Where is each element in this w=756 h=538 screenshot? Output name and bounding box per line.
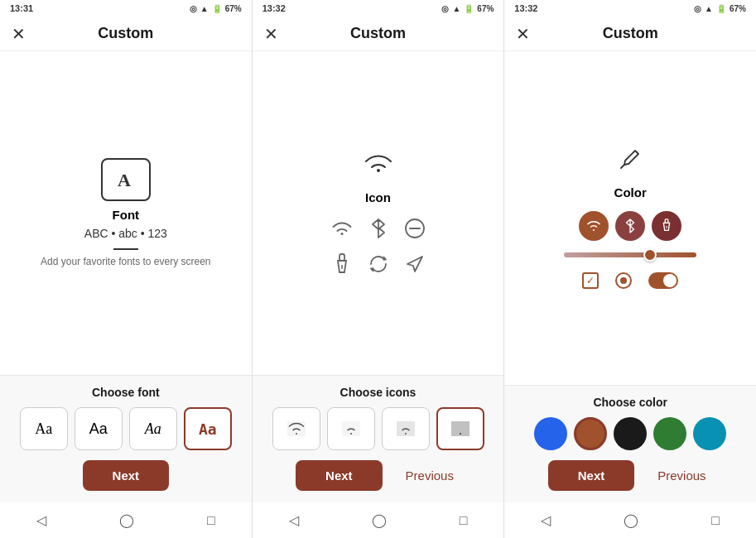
svg-rect-3: [339, 254, 344, 261]
wifi-large-icon: [362, 151, 395, 184]
next-button-2[interactable]: Next: [296, 460, 383, 491]
home-btn-2[interactable]: ◯: [362, 509, 397, 531]
status-icons-2: ◎ ▲ 🔋 67%: [441, 4, 494, 13]
icon-label: Icon: [365, 190, 391, 204]
prev-button-2[interactable]: Previous: [399, 460, 460, 491]
svg-rect-8: [451, 421, 469, 436]
main-content-2: Icon: [253, 51, 504, 375]
close-button-2[interactable]: ✕: [264, 26, 278, 42]
icon-screen: 13:32 ◎ ▲ 🔋 67% ✕ Custom: [253, 0, 505, 538]
battery-pct-2: 67%: [477, 4, 494, 13]
font-divider: [113, 248, 138, 250]
color-radio-inner: [620, 277, 627, 284]
color-toggle[interactable]: [648, 272, 678, 289]
sys-nav-2: ◁ ◯ □: [253, 502, 504, 538]
close-button-1[interactable]: ✕: [12, 26, 26, 42]
color-circle-flashlight: [652, 211, 681, 241]
svg-rect-7: [397, 421, 415, 436]
color-slider-thumb: [643, 248, 657, 262]
prev-button-3[interactable]: Previous: [651, 460, 712, 491]
battery-pct-3: 67%: [730, 4, 746, 13]
choose-font-title: Choose font: [13, 386, 238, 399]
time-1: 13:31: [10, 3, 33, 13]
top-bar-1: ✕ Custom: [0, 17, 252, 51]
color-label: Color: [614, 185, 647, 199]
color-controls-row: ✓: [582, 272, 678, 289]
battery-icon: 🔋: [212, 4, 222, 13]
color-options: [518, 417, 743, 450]
nav-buttons-2: Next Previous: [266, 460, 491, 491]
battery-icon-3: 🔋: [716, 4, 726, 13]
next-button-3[interactable]: Next: [548, 460, 635, 491]
color-option-black[interactable]: [614, 417, 647, 450]
bottom-section-2: Choose icons: [253, 375, 504, 502]
title-2: Custom: [350, 25, 406, 42]
color-checkbox[interactable]: ✓: [582, 272, 599, 289]
choose-color-title: Choose color: [518, 396, 743, 409]
main-content-1: A Font ABC • abc • 123 Add your favorite…: [0, 51, 252, 375]
main-content-3: Color: [504, 51, 756, 385]
top-bar-2: ✕ Custom: [253, 17, 504, 51]
nav-buttons-1: Next: [13, 460, 238, 491]
bottom-section-3: Choose color Next Previous: [504, 385, 756, 502]
font-screen: 13:31 ◎ ▲ 🔋 67% ✕ Custom A Font ABC • ab…: [0, 0, 253, 538]
color-option-blue[interactable]: [534, 417, 567, 450]
close-button-3[interactable]: ✕: [516, 26, 530, 42]
back-btn-3[interactable]: ◁: [531, 509, 561, 531]
color-circle-bt: [615, 211, 645, 241]
eye-icon: ◎: [190, 4, 197, 13]
choose-icon-title: Choose icons: [266, 386, 491, 399]
font-preview: ABC • abc • 123: [84, 227, 167, 240]
battery-icon-2: 🔋: [464, 4, 474, 13]
color-option-green[interactable]: [653, 417, 686, 450]
color-circles-row: [579, 211, 681, 241]
next-button-1[interactable]: Next: [83, 460, 170, 491]
wifi-status-icon-2: ▲: [452, 4, 460, 13]
icon-section: Icon: [330, 151, 426, 276]
svg-line-9: [621, 165, 624, 168]
back-btn-1[interactable]: ◁: [26, 509, 56, 531]
eyedropper-icon: [619, 147, 642, 175]
grid-minus-icon: [403, 218, 426, 239]
wifi-status-icon: ▲: [200, 4, 209, 13]
grid-bt-icon: [367, 218, 390, 239]
grid-plane-icon: [403, 252, 426, 276]
grid-flashlight-icon: [330, 252, 354, 276]
color-circle-wifi: [579, 211, 609, 241]
svg-rect-5: [287, 421, 306, 436]
title-3: Custom: [603, 25, 658, 42]
grid-wifi-icon: [330, 218, 354, 239]
eye-icon-3: ◎: [694, 4, 701, 13]
font-option-serif[interactable]: Aa: [20, 407, 68, 450]
status-icons-1: ◎ ▲ 🔋 67%: [190, 4, 242, 13]
font-label: Font: [113, 208, 139, 222]
home-btn-3[interactable]: ◯: [614, 509, 648, 531]
svg-text:A: A: [118, 170, 131, 190]
icon-option-4[interactable]: [436, 407, 484, 450]
color-section: Color: [518, 147, 743, 289]
icon-option-1[interactable]: [272, 407, 320, 450]
font-desc: Add your favorite fonts to every screen: [41, 255, 210, 269]
home-btn-1[interactable]: ◯: [109, 509, 144, 531]
recents-btn-1[interactable]: □: [197, 510, 225, 531]
recents-btn-3[interactable]: □: [701, 510, 730, 531]
color-toggle-thumb: [663, 274, 677, 287]
color-radio[interactable]: [615, 272, 632, 289]
color-option-teal[interactable]: [693, 417, 726, 450]
svg-rect-6: [342, 421, 360, 436]
icon-option-3[interactable]: [382, 407, 430, 450]
color-slider[interactable]: [564, 252, 696, 257]
font-option-italic[interactable]: Aa: [129, 407, 177, 450]
font-option-sans[interactable]: Aa: [75, 407, 123, 450]
status-icons-3: ◎ ▲ 🔋 67%: [694, 4, 746, 13]
back-btn-2[interactable]: ◁: [279, 509, 309, 531]
color-screen: 13:32 ◎ ▲ 🔋 67% ✕ Custom Colo: [504, 0, 756, 538]
color-option-brown[interactable]: [574, 417, 607, 450]
icon-options: [266, 407, 491, 450]
font-option-mono[interactable]: Aa: [184, 407, 232, 450]
font-options: Aa Aa Aa Aa: [13, 407, 238, 450]
icon-option-2[interactable]: [327, 407, 375, 450]
sys-nav-3: ◁ ◯ □: [504, 502, 756, 538]
eye-icon-2: ◎: [441, 4, 449, 13]
recents-btn-2[interactable]: □: [450, 510, 478, 531]
